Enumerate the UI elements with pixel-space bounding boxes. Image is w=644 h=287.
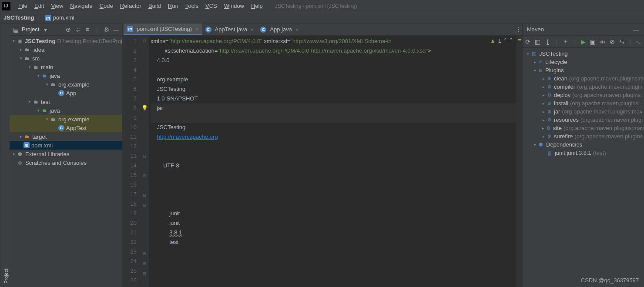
inspection-down-icon[interactable]: ˅ xyxy=(510,37,513,44)
menu-code[interactable]: Code xyxy=(96,3,117,9)
generate-sources-icon[interactable]: ▥ xyxy=(535,38,540,45)
maven-plugin-site[interactable]: ▸⚙site(org.apache.maven.plugins:mav xyxy=(523,124,644,132)
menu-refactor[interactable]: Refactor xyxy=(117,3,145,9)
maven-plugin-deploy[interactable]: ▸⚙deploy(org.apache.maven.plugins: xyxy=(523,91,644,99)
maven-file-icon: m xyxy=(45,15,51,21)
breadcrumb-file[interactable]: mpom.xml xyxy=(45,14,74,21)
expand-all-icon[interactable]: ≑ xyxy=(74,26,81,33)
maven-plugin-clean[interactable]: ▸⚙clean(org.apache.maven.plugins:m xyxy=(523,74,644,83)
locate-icon[interactable]: ⊕ xyxy=(65,26,72,33)
maven-toolbar: ⟳ ▥ ⭳ | ＋ | ▶ ▣ ⇹ ⊘ ⇆ | ⥳ xyxy=(523,36,644,48)
warning-triangle-icon: ▲ xyxy=(490,37,496,44)
download-sources-icon[interactable]: ⭳ xyxy=(545,38,551,45)
maven-file-icon: m xyxy=(127,26,133,32)
show-deps-icon[interactable]: ⇆ xyxy=(619,38,624,45)
class-icon: C xyxy=(260,27,266,33)
collapse-all-icon[interactable]: ≡ xyxy=(84,26,91,33)
divider: | xyxy=(555,38,558,45)
tree-scratches[interactable]: ◎Scratches and Consoles xyxy=(10,158,122,167)
hide-panel-icon[interactable]: — xyxy=(113,26,120,33)
breadcrumb-root[interactable]: JSCTesting xyxy=(3,14,34,21)
run-icon[interactable]: ▶ xyxy=(581,38,586,45)
collapse-maven-icon[interactable]: ⥳ xyxy=(636,38,641,45)
menu-bar: IJ FileEditViewNavigateCodeRefactorBuild… xyxy=(0,0,644,12)
editor-area: mpom.xml (JSCTesting)×CAppTest.java×CApp… xyxy=(123,23,522,287)
divider: | xyxy=(573,38,576,45)
skip-tests-icon[interactable]: ⊘ xyxy=(610,38,615,45)
maven-title: Maven xyxy=(527,26,544,33)
tree-test[interactable]: ▾🖿test xyxy=(10,97,122,106)
tree-pom[interactable]: mpom.xml xyxy=(10,141,122,150)
project-folder-icon: ▤ xyxy=(12,26,19,33)
maven-plugin-resources[interactable]: ▸⚙resources(org.apache.maven.plugi xyxy=(523,116,644,124)
toggle-offline-icon[interactable]: ⇹ xyxy=(600,38,605,45)
tree-main[interactable]: ▾🖿main xyxy=(10,63,122,71)
reload-icon[interactable]: ⟳ xyxy=(525,38,530,45)
maven-tree[interactable]: ▾▥JSCTesting ▸⟳Lifecycle ▾⊞Plugins ▸⚙cle… xyxy=(523,48,644,287)
left-tool-strip[interactable]: Project xyxy=(0,23,10,287)
project-panel: ▤ Project ▾ ⊕ ≑ ≡ | ⚙ — ▾▣JSCTestingD:\t… xyxy=(10,23,123,287)
maven-lifecycle[interactable]: ▸⟳Lifecycle xyxy=(523,58,644,66)
maven-deps[interactable]: ▾⬢Dependencies xyxy=(523,140,644,149)
project-panel-title[interactable]: Project xyxy=(22,26,39,33)
menu-edit[interactable]: Edit xyxy=(31,3,47,9)
tree-src[interactable]: ▾🖿src xyxy=(10,54,122,63)
maven-plugin-compiler[interactable]: ▸⚙compiler(org.apache.maven.plugin xyxy=(523,83,644,91)
maven-root[interactable]: ▾▥JSCTesting xyxy=(523,50,644,58)
warning-stripe[interactable] xyxy=(518,39,521,40)
tree-external-libs[interactable]: ▸⬢External Libraries xyxy=(10,150,122,158)
close-tab-icon[interactable]: × xyxy=(295,27,298,32)
tab-label: AppTest.java xyxy=(215,26,247,33)
tree-main-java[interactable]: ▾🖿java xyxy=(10,71,122,80)
maven-plugin-jar[interactable]: ▸⚙jar(org.apache.maven.plugins:mav xyxy=(523,107,644,116)
add-project-icon[interactable]: ＋ xyxy=(563,38,569,45)
menu-view[interactable]: View xyxy=(47,3,67,9)
tree-idea[interactable]: ▸🖿.idea xyxy=(10,45,122,54)
tree-apptest-class[interactable]: CAppTest xyxy=(10,123,122,132)
inspection-up-icon[interactable]: ˄ xyxy=(504,37,507,44)
divider-icon: | xyxy=(94,26,101,33)
tab-options-icon[interactable]: ⋮ xyxy=(515,26,522,33)
dropdown-icon[interactable]: ▾ xyxy=(42,26,49,33)
maven-dep-item[interactable]: |||junit:junit:3.8.1(test) xyxy=(523,149,644,157)
tree-root[interactable]: ▾▣JSCTestingD:\testing Project\TestProj xyxy=(10,37,122,45)
tree-test-org-example[interactable]: ▾🖿org.example xyxy=(10,115,122,123)
menu-navigate[interactable]: Navigate xyxy=(67,3,96,9)
tree-app-class[interactable]: CApp xyxy=(10,89,122,97)
tree-test-java[interactable]: ▾🖿java xyxy=(10,106,122,115)
maven-file-icon: m xyxy=(23,142,30,148)
close-tab-icon[interactable]: × xyxy=(195,27,198,32)
tab-app-java[interactable]: CApp.java× xyxy=(257,23,302,35)
project-tree[interactable]: ▾▣JSCTestingD:\testing Project\TestProj … xyxy=(10,36,122,287)
maven-plugin-surefire[interactable]: ▸⚙surefire(org.apache.maven.plugins xyxy=(523,132,644,140)
breadcrumb: JSCTesting 〉 mpom.xml xyxy=(0,12,644,23)
maven-plugins[interactable]: ▾⊞Plugins xyxy=(523,66,644,74)
menu-run[interactable]: Run xyxy=(164,3,182,9)
maven-panel-header: Maven — xyxy=(523,23,644,36)
settings-gear-icon[interactable]: ⚙ xyxy=(103,26,110,33)
fold-gutter[interactable]: ⊟💡⊟⊟⊟⊟⊟⊟⊟ xyxy=(140,36,149,287)
menu-help[interactable]: Help xyxy=(248,3,266,9)
code-editor[interactable]: 1234567891011121314151617181920212223242… xyxy=(123,36,522,287)
menu-build[interactable]: Build xyxy=(145,3,164,9)
editor-inspection-widget[interactable]: ▲1 ˄ ˅ xyxy=(490,37,513,44)
tab-apptest-java[interactable]: CAppTest.java× xyxy=(202,23,257,35)
tree-target[interactable]: ▸🖿target xyxy=(10,132,122,141)
menu-window[interactable]: Window xyxy=(221,3,248,9)
marker-gutter[interactable] xyxy=(516,36,522,287)
tab-label: pom.xml (JSCTesting) xyxy=(137,26,192,32)
window-title: JSCTesting - pom.xml (JSCTesting) xyxy=(275,3,357,9)
tree-org-example[interactable]: ▾🖿org.example xyxy=(10,80,122,89)
menu-file[interactable]: File xyxy=(15,3,31,9)
divider: | xyxy=(629,38,632,45)
tab-pom-xml-jsctesting-[interactable]: mpom.xml (JSCTesting)× xyxy=(124,23,202,35)
project-panel-header: ▤ Project ▾ ⊕ ≑ ≡ | ⚙ — xyxy=(10,23,122,36)
close-tab-icon[interactable]: × xyxy=(251,27,253,32)
code-content[interactable]: xmlns="http://maven.apache.org/POM/4.0.0… xyxy=(149,36,516,287)
execute-goal-icon[interactable]: ▣ xyxy=(590,38,596,45)
menu-tools[interactable]: Tools xyxy=(182,3,202,9)
menu-vcs[interactable]: VCS xyxy=(202,3,221,9)
maven-panel: Maven — ⟳ ▥ ⭳ | ＋ | ▶ ▣ ⇹ ⊘ ⇆ | ⥳ ▾▥JSCT… xyxy=(522,23,644,287)
maven-plugin-install[interactable]: ▸⚙install(org.apache.maven.plugins: xyxy=(523,99,644,107)
hide-maven-icon[interactable]: — xyxy=(633,26,640,33)
